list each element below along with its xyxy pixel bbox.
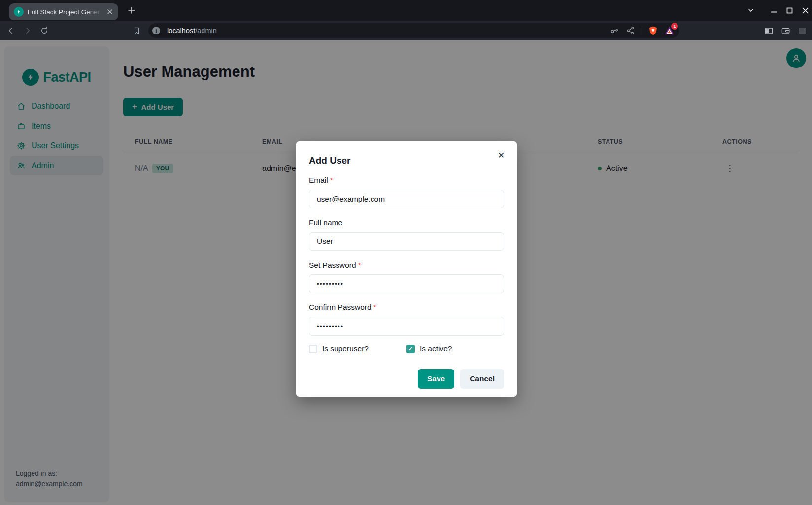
full-name-label: Full name xyxy=(309,218,504,227)
password-key-icon[interactable] xyxy=(609,25,620,36)
reload-icon[interactable] xyxy=(39,26,49,35)
is-superuser-label: Is superuser? xyxy=(322,344,369,353)
tab-search-chevron-icon[interactable] xyxy=(747,6,755,14)
rewards-count-badge: 1 xyxy=(671,23,678,30)
confirm-password-label: Confirm Password* xyxy=(309,303,504,312)
is-superuser-checkbox[interactable]: Is superuser? xyxy=(309,344,406,353)
back-icon[interactable] xyxy=(6,26,16,35)
url-bar[interactable]: i localhost/admin 1 xyxy=(148,23,679,38)
set-password-field-group: Set Password* xyxy=(309,261,504,293)
checkbox-unchecked-icon[interactable] xyxy=(309,345,317,353)
checkbox-checked-icon[interactable]: ✓ xyxy=(406,345,415,353)
set-password-input[interactable] xyxy=(309,274,504,293)
tab-close-icon[interactable] xyxy=(106,8,113,15)
share-icon[interactable] xyxy=(625,25,636,36)
forward-icon[interactable] xyxy=(23,26,33,35)
close-window-icon[interactable] xyxy=(801,6,809,14)
cancel-button[interactable]: Cancel xyxy=(460,369,504,389)
required-asterisk: * xyxy=(358,261,361,269)
window-controls xyxy=(747,0,809,21)
field-label-text: Confirm Password xyxy=(309,303,372,311)
wallet-icon[interactable] xyxy=(780,26,790,35)
brave-rewards-icon[interactable]: 1 xyxy=(664,25,675,36)
url-path: /admin xyxy=(195,27,217,34)
maximize-icon[interactable] xyxy=(785,6,793,14)
sidebar-panel-icon[interactable] xyxy=(764,26,774,35)
brave-shield-icon[interactable] xyxy=(647,25,658,36)
tab-title: Full Stack Project Genera xyxy=(28,8,102,16)
add-user-modal: Add User ✕ Email* Full name Set Password… xyxy=(296,141,517,397)
browser-titlebar: Full Stack Project Genera xyxy=(0,0,812,21)
is-active-label: Is active? xyxy=(420,344,452,353)
modal-actions: Save Cancel xyxy=(309,369,504,389)
browser-toolbar: i localhost/admin 1 xyxy=(0,21,812,40)
field-label-text: Email xyxy=(309,176,328,184)
fastapi-favicon-icon xyxy=(14,7,24,17)
url-text: localhost/admin xyxy=(167,27,217,34)
site-info-icon[interactable]: i xyxy=(152,27,160,34)
field-label-text: Set Password xyxy=(309,261,356,269)
required-asterisk: * xyxy=(330,176,333,184)
new-tab-button[interactable] xyxy=(125,4,138,17)
email-label: Email* xyxy=(309,176,504,185)
toolbar-divider xyxy=(642,26,642,35)
full-name-input[interactable] xyxy=(309,232,504,251)
minimize-icon[interactable] xyxy=(770,6,778,14)
email-field-group: Email* xyxy=(309,176,504,208)
checkbox-row: Is superuser? ✓ Is active? xyxy=(309,344,504,353)
url-host: localhost xyxy=(167,27,195,34)
save-button[interactable]: Save xyxy=(418,369,454,389)
menu-hamburger-icon[interactable] xyxy=(797,26,807,35)
confirm-password-field-group: Confirm Password* xyxy=(309,303,504,336)
modal-close-icon[interactable]: ✕ xyxy=(496,150,506,160)
toolbar-right-icons xyxy=(764,26,807,35)
required-asterisk: * xyxy=(373,303,376,311)
field-label-text: Full name xyxy=(309,218,342,227)
bookmark-icon[interactable] xyxy=(132,26,141,35)
browser-tab[interactable]: Full Stack Project Genera xyxy=(9,3,118,20)
email-input[interactable] xyxy=(309,190,504,208)
full-name-field-group: Full name xyxy=(309,218,504,251)
confirm-password-input[interactable] xyxy=(309,317,504,336)
modal-title: Add User xyxy=(309,155,504,166)
page-viewport: FastAPI Dashboard Items User Settings xyxy=(0,40,812,505)
is-active-checkbox[interactable]: ✓ Is active? xyxy=(406,344,504,353)
set-password-label: Set Password* xyxy=(309,261,504,269)
